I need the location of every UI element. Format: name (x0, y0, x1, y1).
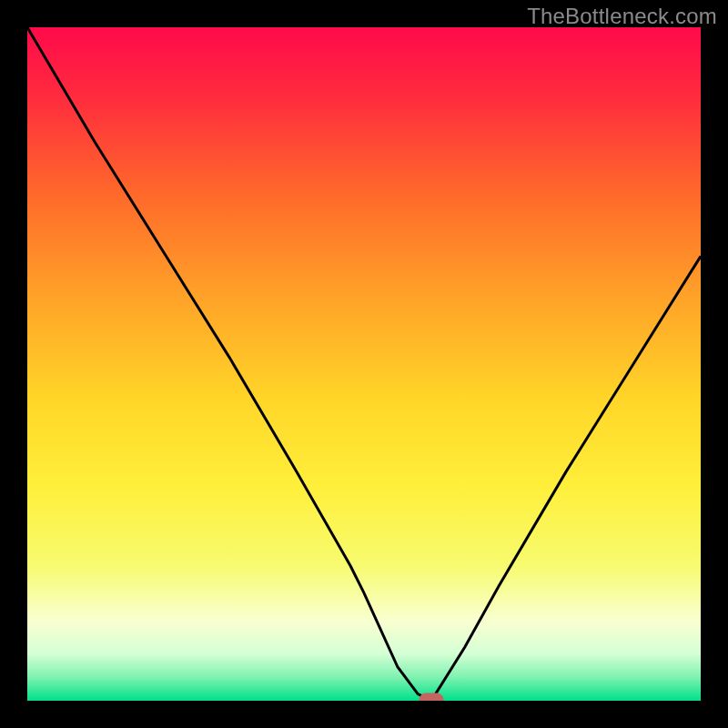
watermark-text: TheBottleneck.com (527, 4, 717, 29)
optimal-marker (420, 693, 443, 701)
plot-area (27, 27, 701, 701)
chart-frame: TheBottleneck.com (0, 0, 728, 728)
chart-svg (27, 27, 701, 701)
gradient-background (27, 27, 701, 701)
